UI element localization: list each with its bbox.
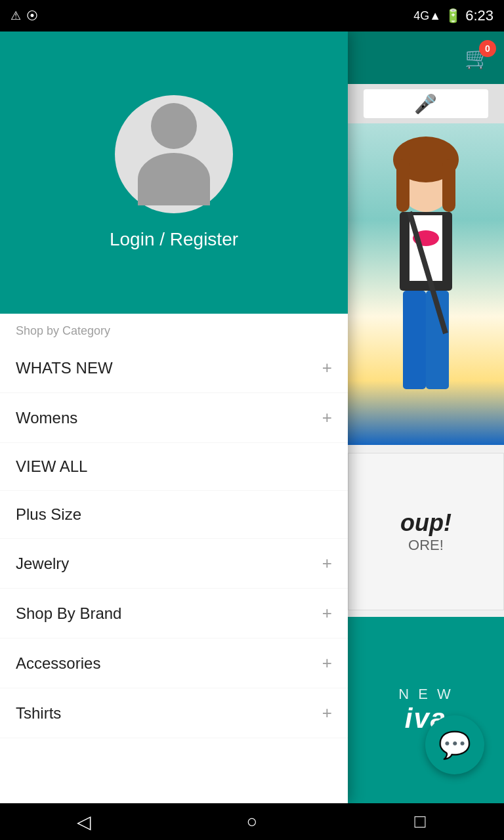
mic-icon: 🎤 [414,93,437,115]
home-button[interactable]: ○ [232,802,272,840]
chat-fab[interactable]: 💬 [425,715,484,774]
mic-button[interactable]: 🎤 [364,89,488,118]
expand-icon-shop-by-brand: + [322,603,332,623]
back-icon: ◁ [77,811,91,833]
woman-figure [348,123,504,445]
navigation-drawer: Login / Register Shop by Category WHATS … [0,32,348,803]
category-section-label: Shop by Category [0,314,348,343]
menu-label-accessories: Accessories [16,654,100,673]
menu-label-whats-new: WHATS NEW [16,359,113,377]
menu-item-accessories[interactable]: Accessories + [0,639,348,688]
menu-item-womens[interactable]: Womens + [0,393,348,443]
cart-container[interactable]: 🛒 0 [465,45,491,70]
svg-rect-7 [403,291,426,389]
data-icon: ⦿ [26,9,38,23]
chat-icon: 💬 [438,730,471,761]
status-time: 6:23 [465,7,494,24]
cart-badge: 0 [479,40,496,57]
status-bar: ⚠ ⦿ 4G▲ 🔋 6:23 [0,0,504,32]
drawer-header: Login / Register [0,32,348,314]
home-icon: ○ [247,811,258,832]
recent-button[interactable]: □ [400,802,440,840]
expand-icon-tshirts: + [322,703,332,723]
svg-rect-3 [442,159,455,212]
banner2-label: N E W [398,686,453,703]
banner-main: oup! [400,509,452,537]
warning-icon: ⚠ [10,9,21,23]
promo-banner-2: N E W iva [348,617,504,803]
menu-item-view-all[interactable]: VIEW ALL [0,443,348,491]
search-area: 🎤 [348,84,504,123]
avatar-head [151,103,197,149]
expand-icon-accessories: + [322,653,332,673]
recent-icon: □ [415,811,426,832]
avatar-person [138,103,210,205]
menu-label-womens: Womens [16,409,77,427]
menu-label-jewelry: Jewelry [16,555,69,573]
menu-label-view-all: VIEW ALL [16,457,87,476]
drawer-body: Shop by Category WHATS NEW + Womens + VI… [0,314,348,803]
bottom-nav: ◁ ○ □ [0,803,504,840]
avatar-body [138,153,210,205]
back-button[interactable]: ◁ [64,802,104,840]
promo-banner-1: oup! ORE! [348,453,504,610]
expand-icon-womens: + [322,408,332,428]
status-right: 4G▲ 🔋 6:23 [413,7,494,24]
menu-label-tshirts: Tshirts [16,704,61,723]
battery-icon: 🔋 [445,8,461,24]
menu-label-shop-by-brand: Shop By Brand [16,604,121,623]
menu-label-plus-size: Plus Size [16,505,81,524]
menu-item-whats-new[interactable]: WHATS NEW + [0,343,348,393]
hero-image [348,123,504,445]
menu-item-shop-by-brand[interactable]: Shop By Brand + [0,589,348,639]
svg-rect-2 [396,159,410,212]
menu-item-jewelry[interactable]: Jewelry + [0,539,348,589]
expand-icon-whats-new: + [322,358,332,378]
menu-item-tshirts[interactable]: Tshirts + [0,688,348,738]
login-register-text[interactable]: Login / Register [110,229,238,250]
avatar[interactable] [115,95,233,213]
app-header: 🛒 0 [348,32,504,84]
menu-item-plus-size[interactable]: Plus Size [0,491,348,539]
expand-icon-jewelry: + [322,553,332,574]
signal-icon: 4G▲ [413,9,441,23]
woman-svg [360,136,492,432]
banner-sub: ORE! [400,537,452,554]
banner-text: oup! ORE! [400,509,452,554]
status-left: ⚠ ⦿ [10,9,38,23]
